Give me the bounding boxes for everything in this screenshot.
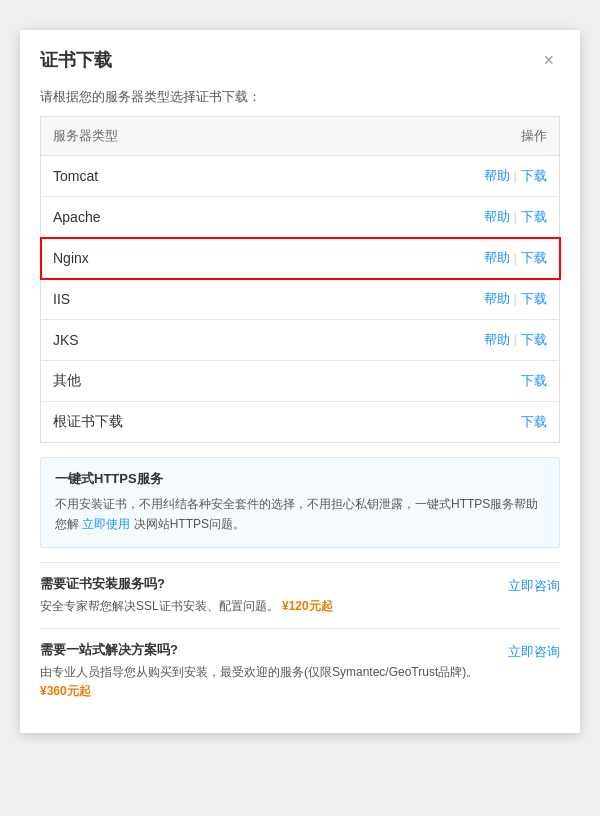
consult-price: ¥120元起 — [282, 599, 333, 613]
https-service-box: 一键式HTTPS服务 不用安装证书，不用纠结各种安全套件的选择，不用担心私钥泄露… — [40, 457, 560, 548]
separator: | — [514, 332, 517, 347]
help-link[interactable]: 帮助 — [484, 250, 510, 265]
col-ops-header: 操作 — [309, 117, 559, 156]
cert-row-name: JKS — [41, 320, 310, 361]
separator: | — [514, 209, 517, 224]
consult-left: 需要证书安装服务吗?安全专家帮您解决SSL证书安装、配置问题。 ¥120元起 — [40, 575, 492, 616]
separator: | — [514, 291, 517, 306]
https-service-title: 一键式HTTPS服务 — [55, 470, 545, 488]
https-service-link[interactable]: 立即使用 — [82, 517, 130, 531]
consult-section: 需要证书安装服务吗?安全专家帮您解决SSL证书安装、配置问题。 ¥120元起立即… — [40, 562, 560, 714]
consult-left: 需要一站式解决方案吗?由专业人员指导您从购买到安装，最受欢迎的服务(仅限Syma… — [40, 641, 492, 701]
cert-row-name: Tomcat — [41, 156, 310, 197]
consult-desc: 由专业人员指导您从购买到安装，最受欢迎的服务(仅限Symantec/GeoTru… — [40, 663, 492, 701]
download-link[interactable]: 下载 — [521, 168, 547, 183]
col-server-header: 服务器类型 — [41, 117, 310, 156]
consult-desc: 安全专家帮您解决SSL证书安装、配置问题。 ¥120元起 — [40, 597, 492, 616]
cert-row-name: 根证书下载 — [41, 402, 310, 443]
cert-row-ops: 帮助|下载 — [309, 238, 559, 279]
cert-row-ops: 帮助|下载 — [309, 156, 559, 197]
subtitle: 请根据您的服务器类型选择证书下载： — [40, 88, 560, 106]
dialog-header: 证书下载 × — [20, 30, 580, 84]
download-link[interactable]: 下载 — [521, 291, 547, 306]
dialog-title: 证书下载 — [40, 48, 112, 72]
cert-row-ops: 下载 — [309, 402, 559, 443]
consult-question: 需要一站式解决方案吗? — [40, 641, 492, 659]
consult-action[interactable]: 立即咨询 — [508, 577, 560, 595]
cert-row-ops: 帮助|下载 — [309, 320, 559, 361]
separator: | — [514, 168, 517, 183]
consult-row: 需要证书安装服务吗?安全专家帮您解决SSL证书安装、配置问题。 ¥120元起立即… — [40, 562, 560, 628]
cert-row-ops: 帮助|下载 — [309, 279, 559, 320]
cert-row-ops: 下载 — [309, 361, 559, 402]
help-link[interactable]: 帮助 — [484, 168, 510, 183]
cert-row-name: Apache — [41, 197, 310, 238]
cert-row-name: 其他 — [41, 361, 310, 402]
consult-question: 需要证书安装服务吗? — [40, 575, 492, 593]
download-link[interactable]: 下载 — [521, 414, 547, 429]
cert-row-name: IIS — [41, 279, 310, 320]
separator: | — [514, 250, 517, 265]
close-button[interactable]: × — [537, 49, 560, 71]
dialog-body: 请根据您的服务器类型选择证书下载： 服务器类型 操作 Tomcat帮助|下载Ap… — [20, 88, 580, 713]
consult-action[interactable]: 立即咨询 — [508, 643, 560, 661]
consult-price: ¥360元起 — [40, 684, 91, 698]
download-link[interactable]: 下载 — [521, 250, 547, 265]
help-link[interactable]: 帮助 — [484, 291, 510, 306]
help-link[interactable]: 帮助 — [484, 209, 510, 224]
https-service-desc2: 决网站HTTPS问题。 — [134, 517, 245, 531]
dialog: 证书下载 × 请根据您的服务器类型选择证书下载： 服务器类型 操作 Tomcat… — [20, 30, 580, 733]
download-link[interactable]: 下载 — [521, 332, 547, 347]
cert-table: 服务器类型 操作 Tomcat帮助|下载Apache帮助|下载Nginx帮助|下… — [40, 116, 560, 443]
consult-action-link[interactable]: 立即咨询 — [508, 644, 560, 659]
consult-action-link[interactable]: 立即咨询 — [508, 578, 560, 593]
https-service-desc: 不用安装证书，不用纠结各种安全套件的选择，不用担心私钥泄露，一键式HTTPS服务… — [55, 494, 545, 535]
cert-row-ops: 帮助|下载 — [309, 197, 559, 238]
download-link[interactable]: 下载 — [521, 209, 547, 224]
cert-row-name: Nginx — [41, 238, 310, 279]
help-link[interactable]: 帮助 — [484, 332, 510, 347]
download-link[interactable]: 下载 — [521, 373, 547, 388]
consult-row: 需要一站式解决方案吗?由专业人员指导您从购买到安装，最受欢迎的服务(仅限Syma… — [40, 628, 560, 713]
